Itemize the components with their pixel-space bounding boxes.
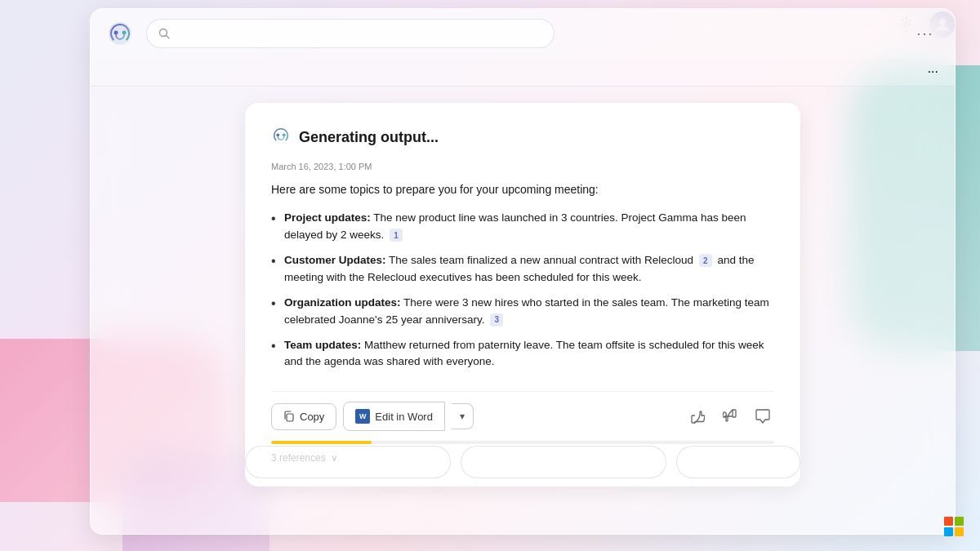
svg-point-3 [114, 31, 118, 35]
svg-point-7 [276, 133, 279, 136]
copy-button[interactable]: Copy [271, 403, 336, 430]
ms-logo-red [944, 517, 953, 526]
thumbs-up-button[interactable] [686, 405, 709, 428]
citation-1[interactable]: 1 [390, 229, 403, 242]
word-icon: W [355, 409, 370, 424]
secondary-bar-more[interactable]: ··· [928, 64, 938, 79]
list-item: Project updates: The new product line wa… [271, 206, 774, 248]
chat-card: Generating output... March 16, 2023, 1:0… [245, 103, 800, 487]
copy-label: Copy [300, 411, 324, 423]
copilot-small-logo [271, 126, 291, 149]
svg-line-6 [167, 36, 170, 39]
bullet-list: Project updates: The new product line wa… [271, 206, 774, 375]
list-item: Customer Updates: The sales team finaliz… [271, 248, 774, 291]
edit-word-label: Edit in Word [375, 411, 433, 423]
generating-header: Generating output... [271, 126, 774, 149]
bullet-label: Team updates: [284, 339, 361, 351]
timestamp: March 16, 2023, 1:00 PM [271, 162, 774, 171]
generating-title: Generating output... [299, 129, 439, 146]
bottom-pill-3[interactable] [676, 446, 800, 478]
list-item: Team updates: Matthew returned from pate… [271, 333, 774, 375]
bullet-label: Customer Updates: [284, 254, 386, 266]
comment-icon [755, 409, 770, 424]
svg-rect-9 [287, 414, 293, 421]
search-icon [158, 28, 170, 39]
top-bar-left [107, 20, 133, 47]
secondary-bar: ··· [91, 58, 955, 87]
main-content: Generating output... March 16, 2023, 1:0… [91, 87, 955, 503]
copy-icon [283, 411, 295, 422]
app-container: ··· ··· [90, 8, 956, 535]
intro-text: Here are some topics to prepare you for … [271, 183, 774, 196]
svg-point-2 [109, 22, 131, 45]
edit-word-dropdown-button[interactable]: ▾ [452, 403, 474, 429]
top-bar-right: ··· [912, 20, 938, 47]
thumbs-down-icon [723, 409, 737, 424]
thumbs-up-icon [690, 409, 705, 424]
search-bar[interactable] [146, 19, 555, 48]
action-bar: Copy W Edit in Word ▾ [271, 391, 774, 431]
top-bar-more-button[interactable]: ··· [912, 20, 938, 47]
citation-3[interactable]: 3 [490, 313, 503, 327]
bottom-pill-2[interactable] [461, 446, 666, 478]
action-bar-left: Copy W Edit in Word ▾ [271, 402, 474, 431]
citation-2[interactable]: 2 [699, 254, 712, 267]
ms-logo-green [955, 517, 964, 526]
bullet-label: Project updates: [284, 211, 371, 224]
thumbs-down-button[interactable] [719, 405, 742, 428]
progress-bar-container [271, 441, 774, 444]
progress-bar-fill [271, 441, 372, 444]
svg-point-4 [122, 31, 127, 35]
comment-button[interactable] [751, 405, 774, 428]
dropdown-arrow: ▾ [460, 411, 465, 422]
copilot-logo [107, 20, 133, 47]
bottom-pill-1[interactable] [245, 446, 451, 478]
ms-logo-yellow [955, 527, 964, 536]
bullet-label: Organization updates: [284, 296, 401, 309]
list-item: Organization updates: There were 3 new h… [271, 291, 774, 333]
svg-point-8 [283, 133, 286, 136]
action-bar-right [686, 405, 774, 428]
edit-in-word-button[interactable]: W Edit in Word [343, 402, 445, 431]
microsoft-logo [944, 517, 964, 536]
bullet-text: The sales team finalized a new annual co… [389, 254, 693, 266]
ms-logo-blue [944, 527, 953, 536]
bottom-input-area [245, 446, 800, 478]
top-bar: ··· [91, 9, 955, 58]
